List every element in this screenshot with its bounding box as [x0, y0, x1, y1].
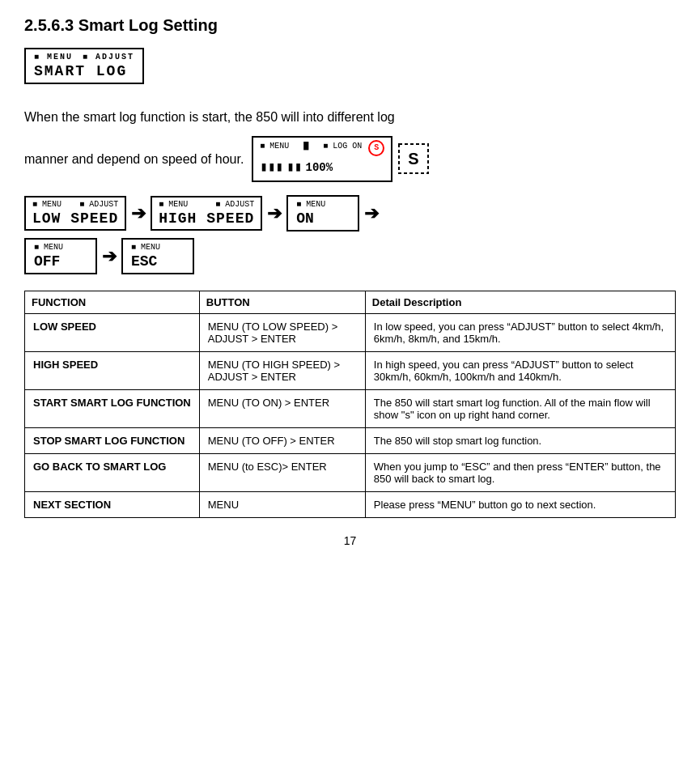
table-row: LOW SPEEDMENU (TO LOW SPEED) > ADJUST > …	[25, 314, 676, 352]
low-speed-label: LOW SPEED	[32, 210, 118, 227]
menu-tag3: ■ MENU	[296, 200, 325, 209]
car-icon: ▮▮	[286, 158, 302, 179]
col-button: BUTTON	[199, 291, 365, 314]
cell-function: STOP SMART LOG FUNCTION	[25, 428, 200, 454]
cell-button: MENU (TO OFF) > ENTER	[199, 428, 365, 454]
adjust-icon: ■ ADJUST	[83, 53, 134, 62]
arrow4: ➔	[102, 246, 117, 267]
nav-flow-row1: ■ MENU ■ ADJUST LOW SPEED ➔ ■ MENU ■ ADJ…	[24, 195, 676, 231]
smart-log-badge: ■ MENU ■ ADJUST SMART LOG	[24, 48, 144, 84]
menu-tag2: ■ MENU	[159, 200, 188, 209]
cell-button: MENU (TO ON) > ENTER	[199, 390, 365, 428]
battery-icon: ▮▮▮	[260, 158, 283, 179]
high-speed-box: ■ MENU ■ ADJUST HIGH SPEED	[151, 196, 262, 231]
nav-flow-row2: ■ MENU OFF ➔ ■ MENU ESC	[24, 238, 676, 274]
cell-description: The 850 will stop smart log function.	[365, 428, 675, 454]
cell-button: MENU (to ESC)> ENTER	[199, 454, 365, 492]
cell-description: Please press “MENU” button go to next se…	[365, 492, 675, 518]
cell-function: NEXT SECTION	[25, 492, 200, 518]
cell-button: MENU (TO HIGH SPEED) > ADJUST > ENTER	[199, 352, 365, 390]
cell-description: When you jump to “ESC” and then press “E…	[365, 454, 675, 492]
menu-tag4: ■ MENU	[34, 243, 63, 252]
cell-description: The 850 will start smart log function. A…	[365, 390, 675, 428]
adjust-tag2: ■ ADJUST	[215, 200, 254, 209]
table-row: NEXT SECTIONMENUPlease press “MENU” butt…	[25, 492, 676, 518]
table-row: HIGH SPEEDMENU (TO HIGH SPEED) > ADJUST …	[25, 352, 676, 390]
table-row: GO BACK TO SMART LOGMENU (to ESC)> ENTER…	[25, 454, 676, 492]
cell-function: START SMART LOG FUNCTION	[25, 390, 200, 428]
log-on-display: ■ MENU ▇ ■ LOG ON S ▮▮▮ ▮▮ 100%	[252, 136, 392, 183]
function-table: FUNCTION BUTTON Detail Description LOW S…	[24, 291, 676, 518]
s-circle: S	[368, 140, 384, 156]
menu-label-small: ■ MENU ▇ ■ LOG ON	[260, 140, 362, 156]
intro-line2: manner and depend on speed of hour.	[24, 149, 244, 170]
s-dashed-icon: S	[397, 142, 430, 175]
cell-function: GO BACK TO SMART LOG	[25, 454, 200, 492]
page-title: 2.5.6.3 Smart Log Setting	[24, 16, 676, 35]
page-number: 17	[24, 534, 676, 547]
cell-description: In high speed, you can press “ADJUST” bu…	[365, 352, 675, 390]
off-label: OFF	[34, 253, 87, 270]
menu-icon: ■ MENU	[34, 53, 73, 62]
cell-function: LOW SPEED	[25, 314, 200, 352]
adjust-tag: ■ ADJUST	[79, 200, 118, 209]
cell-function: HIGH SPEED	[25, 352, 200, 390]
menu-tag5: ■ MENU	[131, 243, 160, 252]
high-speed-label: HIGH SPEED	[159, 210, 254, 227]
cell-button: MENU (TO LOW SPEED) > ADJUST > ENTER	[199, 314, 365, 352]
arrow2: ➔	[267, 203, 282, 224]
off-box: ■ MENU OFF	[24, 238, 97, 274]
menu-tag: ■ MENU	[32, 200, 62, 209]
table-row: START SMART LOG FUNCTIONMENU (TO ON) > E…	[25, 390, 676, 428]
esc-box: ■ MENU ESC	[121, 238, 194, 274]
esc-label: ESC	[131, 253, 185, 270]
cell-description: In low speed, you can press “ADJUST” but…	[365, 314, 675, 352]
on-label: ON	[296, 210, 350, 227]
smart-log-text: SMART LOG	[34, 63, 134, 79]
intro-line1: When the smart log function is start, th…	[24, 107, 676, 128]
low-speed-box: ■ MENU ■ ADJUST LOW SPEED	[24, 196, 126, 231]
col-description: Detail Description	[365, 291, 675, 314]
on-box: ■ MENU ON	[286, 195, 359, 231]
log-percent: 100%	[306, 159, 333, 176]
arrow3: ➔	[364, 203, 379, 224]
arrow1: ➔	[131, 203, 146, 224]
cell-button: MENU	[199, 492, 365, 518]
col-function: FUNCTION	[25, 291, 200, 314]
svg-text:S: S	[409, 150, 419, 168]
table-row: STOP SMART LOG FUNCTIONMENU (TO OFF) > E…	[25, 428, 676, 454]
